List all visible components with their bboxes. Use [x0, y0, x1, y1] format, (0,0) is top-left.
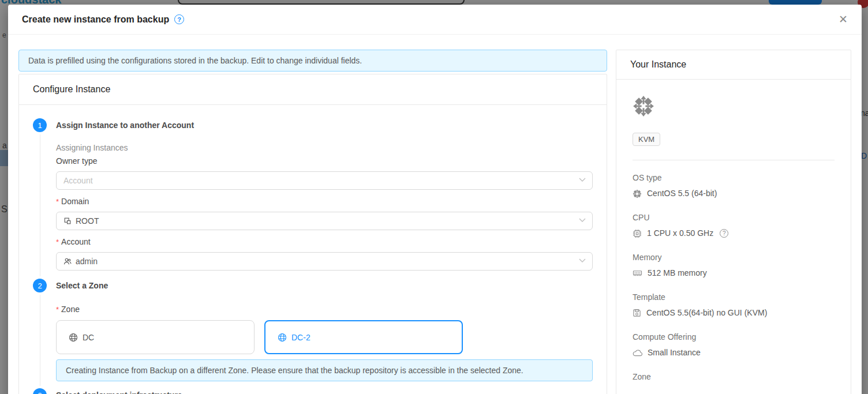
centos-logo-icon: [633, 95, 835, 117]
required-mark: *: [56, 305, 59, 314]
detail-value: CentOS 5.5(64-bit) no GUI (KVM): [646, 308, 767, 318]
step-connector: [40, 295, 40, 386]
detail-memory: Memory 512 MB memory: [633, 253, 835, 278]
step-title: Select a Zone: [56, 279, 593, 292]
step-number-badge: 2: [33, 279, 47, 292]
domain-label: *Domain: [56, 197, 593, 207]
your-instance-body: KVM OS type: [616, 80, 851, 382]
configure-instance-title: Configure Instance: [19, 74, 607, 105]
zone-name: DC-2: [291, 333, 310, 342]
chevron-down-icon: [579, 218, 586, 223]
required-mark: *: [56, 197, 59, 206]
domain-value: ROOT: [76, 216, 99, 226]
your-instance-panel: Your Instance KVM: [616, 50, 851, 394]
modal-header: Create new instance from backup ? ✕: [8, 5, 862, 35]
detail-label: Compute Offering: [633, 332, 835, 342]
step-rail: 3: [33, 388, 47, 394]
step-number-badge: 1: [33, 118, 47, 132]
step-title: Select deployment infrastructure: [56, 388, 593, 394]
step-title: Assign Instance to another Account: [56, 118, 593, 132]
wizard-steps: 1 Assign Instance to another Account Ass…: [19, 105, 607, 394]
user-icon: [63, 257, 72, 265]
owner-type-value: Account: [63, 176, 93, 185]
template-icon: [633, 309, 641, 317]
step-content: Select deployment infrastructure: [56, 388, 593, 394]
close-icon[interactable]: ✕: [839, 14, 848, 25]
memory-icon: [633, 269, 642, 277]
account-value: admin: [76, 257, 98, 266]
configure-instance-card: Configure Instance 1 Assign Instance to …: [18, 74, 607, 394]
required-mark: *: [56, 238, 59, 246]
hypervisor-tag: KVM: [633, 133, 660, 146]
zone-options: DC DC-2: [56, 320, 593, 354]
globe-icon: [278, 333, 287, 342]
owner-type-select[interactable]: Account: [56, 171, 593, 190]
form-column: Data is prefilled using the configuratio…: [18, 50, 607, 394]
assigning-instances-hint: Assigning Instances: [56, 143, 593, 153]
zone-label: *Zone: [56, 305, 593, 314]
help-icon[interactable]: ?: [174, 14, 184, 24]
detail-value: 512 MB memory: [648, 268, 707, 278]
detail-label: Zone: [633, 372, 835, 382]
step-content: Select a Zone *Zone DC: [56, 279, 593, 388]
detail-label: Template: [633, 292, 835, 302]
zone-label-text: Zone: [61, 305, 80, 314]
account-label: *Account: [56, 237, 593, 247]
detail-label: CPU: [633, 213, 835, 223]
step-assign-account: 1 Assign Instance to another Account Ass…: [33, 118, 593, 279]
detail-cpu: CPU 1 CPU x 0.50 GHz ?: [633, 213, 835, 238]
step-rail: 1: [33, 118, 47, 279]
step-number-badge: 3: [33, 388, 47, 394]
domain-select[interactable]: ROOT: [56, 212, 593, 230]
detail-template: Template CentOS 5.5(64-bit) no GUI (KVM): [633, 292, 835, 318]
modal-body: Data is prefilled using the configuratio…: [8, 35, 862, 394]
step-select-zone: 2 Select a Zone *Zone: [33, 279, 593, 388]
step-connector: [40, 134, 40, 276]
zone-warning-banner: Creating Instance from Backup on a diffe…: [56, 359, 593, 381]
detail-os-type: OS type CentOS 5.5: [633, 173, 835, 198]
step-deployment-infrastructure: 3 Select deployment infrastructure: [33, 388, 593, 394]
zone-name: DC: [83, 333, 94, 342]
detail-compute-offering: Compute Offering Small Instance: [633, 332, 835, 358]
zone-card-dc[interactable]: DC: [56, 320, 255, 354]
detail-value: CentOS 5.5 (64-bit): [647, 189, 717, 198]
detail-label: Memory: [633, 253, 835, 262]
your-instance-title: Your Instance: [616, 50, 851, 80]
chevron-down-icon: [579, 258, 586, 263]
account-select[interactable]: admin: [56, 252, 593, 271]
centos-icon: [633, 189, 642, 198]
help-icon[interactable]: ?: [720, 229, 728, 238]
domain-label-text: Domain: [61, 197, 89, 206]
zone-card-dc-2[interactable]: DC-2: [264, 320, 463, 354]
cloud-icon: [633, 349, 642, 357]
prefill-info-banner: Data is prefilled using the configuratio…: [18, 50, 607, 72]
detail-value: 1 CPU x 0.50 GHz: [647, 228, 713, 238]
globe-icon: [69, 333, 78, 342]
detail-zone: Zone: [633, 372, 835, 382]
step-rail: 2: [33, 279, 47, 388]
step-content: Assign Instance to another Account Assig…: [56, 118, 593, 279]
detail-value: Small Instance: [648, 348, 701, 358]
modal-title: Create new instance from backup: [22, 14, 169, 25]
divider: [633, 160, 835, 160]
detail-label: OS type: [633, 173, 835, 183]
chevron-down-icon: [579, 178, 586, 182]
domain-icon: [63, 217, 72, 225]
owner-type-label: Owner type: [56, 156, 593, 166]
cpu-icon: [633, 229, 642, 238]
create-instance-from-backup-modal: Create new instance from backup ? ✕ Data…: [8, 5, 862, 394]
account-label-text: Account: [61, 237, 91, 246]
